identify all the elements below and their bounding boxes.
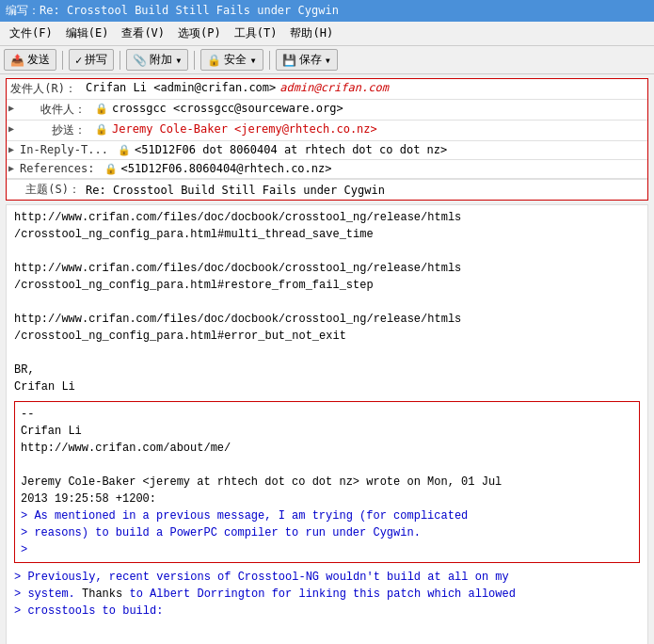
cc-address: Jeremy Cole-Baker <jeremy@rhtech.co.nz> — [112, 122, 377, 136]
from-label: 发件人(R)： — [7, 79, 82, 99]
reply-lock-icon: 🔒 — [118, 144, 131, 156]
attach-button[interactable]: 📎 附加 ▾ — [126, 49, 188, 71]
ref-address: <51D12F06.8060404@rhtech.co.nz> — [121, 162, 332, 175]
cc-value: 🔒 Jeremy Cole-Baker <jeremy@rhtech.co.nz… — [91, 121, 647, 137]
reply-label: In-Reply-T... — [16, 141, 114, 158]
separator-1 — [62, 51, 63, 70]
title-text: 编写：Re: Crosstool Build Still Fails under… — [6, 3, 339, 19]
body-area[interactable]: http://www.crifan.com/files/doc/docbook/… — [6, 204, 648, 644]
ref-row: ▶ References: 🔒 <51D12F06.8060404@rhtech… — [7, 160, 647, 179]
thanks-text: Thanks — [82, 588, 122, 601]
ref-value: 🔒 <51D12F06.8060404@rhtech.co.nz> — [101, 160, 647, 177]
separator-4 — [269, 51, 270, 70]
from-email: admin@crifan.com — [279, 81, 389, 94]
title-bar: 编写：Re: Crosstool Build Still Fails under… — [0, 0, 654, 22]
quote-lines: > As mentioned in a previous message, I … — [21, 507, 633, 558]
send-button[interactable]: 📤 发送 — [4, 49, 56, 71]
send-label: 发送 — [27, 52, 50, 68]
reply-address: <51D12F06 dot 8060404 at rhtech dot co d… — [135, 143, 447, 156]
from-value: Crifan Li <admin@crifan.com> admin@crifa… — [82, 79, 647, 96]
below-quote: > Previously, recent versions of Crossto… — [14, 569, 640, 620]
spell-button[interactable]: ✓ 拼写 — [69, 49, 114, 71]
subject-row: 主题(S)： Re: Crosstool Build Still Fails u… — [7, 179, 647, 200]
cc-row: ▶ 抄送： 🔒 Jeremy Cole-Baker <jeremy@rhtech… — [7, 121, 647, 141]
attach-dropdown-icon: ▾ — [175, 54, 182, 67]
cc-lock-icon: 🔒 — [95, 123, 108, 136]
to-lock-icon: 🔒 — [95, 103, 108, 115]
spell-icon: ✓ — [75, 54, 82, 67]
to-arrow[interactable]: ▶ — [7, 100, 16, 113]
menu-bar: 文件(F) 编辑(E) 查看(V) 选项(P) 工具(T) 帮助(H) — [0, 22, 654, 46]
save-button[interactable]: 💾 保存 ▾ — [276, 49, 338, 71]
ref-lock-icon: 🔒 — [104, 163, 118, 175]
from-name-value: Crifan Li <admin@crifan.com> — [86, 81, 276, 94]
separator-2 — [120, 51, 120, 70]
send-icon: 📤 — [10, 54, 24, 67]
security-dropdown-icon: ▾ — [249, 54, 256, 67]
quote-box-1: -- Crifan Li http://www.crifan.com/about… — [14, 401, 640, 563]
menu-view[interactable]: 查看(V) — [116, 24, 170, 43]
separator-3 — [194, 51, 195, 70]
security-icon: 🔒 — [207, 54, 221, 67]
subject-label: 主题(S)： — [10, 182, 86, 198]
from-row: 发件人(R)： Crifan Li <admin@crifan.com> adm… — [7, 79, 647, 100]
security-label: 安全 — [224, 52, 247, 68]
subject-value: Re: Crosstool Build Still Fails under Cy… — [86, 184, 385, 197]
attach-icon: 📎 — [133, 54, 147, 67]
reply-row: ▶ In-Reply-T... 🔒 <51D12F06 dot 8060404 … — [7, 141, 647, 160]
reply-value: 🔒 <51D12F06 dot 8060404 at rhtech dot co… — [114, 141, 647, 158]
save-label: 保存 — [299, 52, 322, 68]
to-row: ▶ 收件人： 🔒 crossgcc <crossgcc@sourceware.o… — [7, 100, 647, 121]
menu-file[interactable]: 文件(F) — [4, 24, 58, 43]
menu-edit[interactable]: 编辑(E) — [60, 24, 115, 43]
ref-label: References: — [16, 160, 100, 177]
reply-arrow[interactable]: ▶ — [7, 141, 16, 154]
to-value: 🔒 crossgcc <crossgcc@sourceware.org> — [91, 100, 647, 117]
save-icon: 💾 — [282, 54, 296, 67]
security-button[interactable]: 🔒 安全 ▾ — [200, 49, 263, 71]
quote-header-text: -- Crifan Li http://www.crifan.com/about… — [21, 406, 633, 507]
menu-help[interactable]: 帮助(H) — [284, 24, 339, 43]
body-sign: BR, Crifan Li — [14, 345, 640, 395]
ref-arrow[interactable]: ▶ — [7, 160, 16, 173]
save-dropdown-icon: ▾ — [325, 54, 331, 67]
menu-options[interactable]: 选项(P) — [172, 24, 227, 43]
attach-label: 附加 — [150, 52, 172, 68]
to-label: 收件人： — [16, 100, 91, 120]
header-area: 发件人(R)： Crifan Li <admin@crifan.com> adm… — [6, 78, 648, 201]
cc-label: 抄送： — [16, 121, 91, 140]
spell-label: 拼写 — [85, 52, 107, 68]
menu-tools[interactable]: 工具(T) — [229, 24, 283, 43]
toolbar: 📤 发送 ✓ 拼写 📎 附加 ▾ 🔒 安全 ▾ 💾 保存 ▾ — [0, 46, 654, 74]
to-address: crossgcc <crossgcc@sourceware.org> — [112, 102, 343, 115]
cc-arrow[interactable]: ▶ — [7, 121, 16, 134]
body-links: http://www.crifan.com/files/doc/docbook/… — [14, 209, 640, 345]
